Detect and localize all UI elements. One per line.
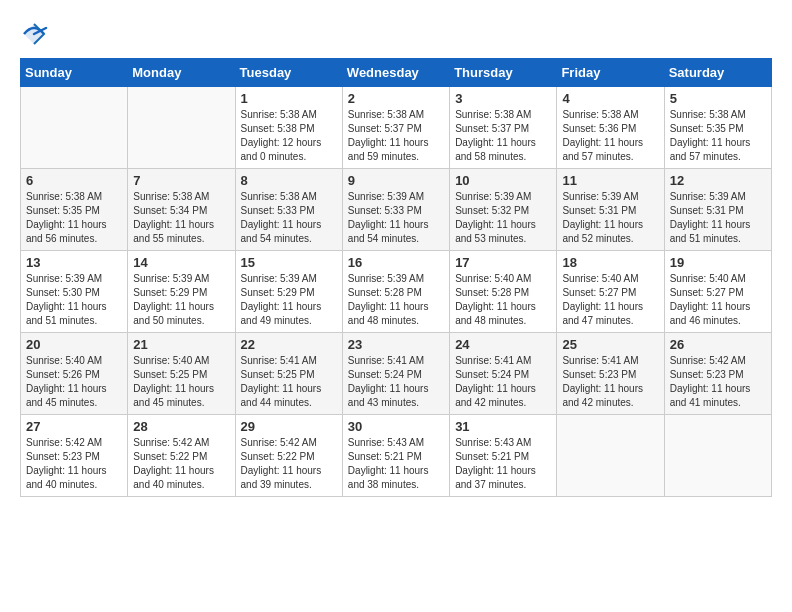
calendar: SundayMondayTuesdayWednesdayThursdayFrid… [20,58,772,497]
day-number: 7 [133,173,229,188]
day-info: Sunrise: 5:40 AM Sunset: 5:26 PM Dayligh… [26,354,122,410]
day-number: 14 [133,255,229,270]
day-number: 31 [455,419,551,434]
calendar-cell: 30Sunrise: 5:43 AM Sunset: 5:21 PM Dayli… [342,415,449,497]
calendar-cell: 21Sunrise: 5:40 AM Sunset: 5:25 PM Dayli… [128,333,235,415]
day-number: 22 [241,337,337,352]
col-header-wednesday: Wednesday [342,59,449,87]
day-info: Sunrise: 5:38 AM Sunset: 5:36 PM Dayligh… [562,108,658,164]
day-info: Sunrise: 5:40 AM Sunset: 5:27 PM Dayligh… [562,272,658,328]
week-row-0: 1Sunrise: 5:38 AM Sunset: 5:38 PM Daylig… [21,87,772,169]
day-number: 11 [562,173,658,188]
calendar-cell: 18Sunrise: 5:40 AM Sunset: 5:27 PM Dayli… [557,251,664,333]
calendar-cell: 16Sunrise: 5:39 AM Sunset: 5:28 PM Dayli… [342,251,449,333]
calendar-cell: 11Sunrise: 5:39 AM Sunset: 5:31 PM Dayli… [557,169,664,251]
calendar-cell: 4Sunrise: 5:38 AM Sunset: 5:36 PM Daylig… [557,87,664,169]
calendar-cell: 12Sunrise: 5:39 AM Sunset: 5:31 PM Dayli… [664,169,771,251]
calendar-cell: 15Sunrise: 5:39 AM Sunset: 5:29 PM Dayli… [235,251,342,333]
calendar-body: 1Sunrise: 5:38 AM Sunset: 5:38 PM Daylig… [21,87,772,497]
day-number: 26 [670,337,766,352]
day-info: Sunrise: 5:38 AM Sunset: 5:34 PM Dayligh… [133,190,229,246]
calendar-cell: 25Sunrise: 5:41 AM Sunset: 5:23 PM Dayli… [557,333,664,415]
calendar-cell: 28Sunrise: 5:42 AM Sunset: 5:22 PM Dayli… [128,415,235,497]
day-number: 18 [562,255,658,270]
calendar-cell: 19Sunrise: 5:40 AM Sunset: 5:27 PM Dayli… [664,251,771,333]
calendar-cell [664,415,771,497]
day-info: Sunrise: 5:41 AM Sunset: 5:25 PM Dayligh… [241,354,337,410]
calendar-cell: 3Sunrise: 5:38 AM Sunset: 5:37 PM Daylig… [450,87,557,169]
day-info: Sunrise: 5:39 AM Sunset: 5:31 PM Dayligh… [562,190,658,246]
header [20,20,772,48]
calendar-cell [128,87,235,169]
day-info: Sunrise: 5:42 AM Sunset: 5:23 PM Dayligh… [26,436,122,492]
logo [20,20,52,48]
calendar-cell [21,87,128,169]
calendar-header: SundayMondayTuesdayWednesdayThursdayFrid… [21,59,772,87]
day-info: Sunrise: 5:40 AM Sunset: 5:27 PM Dayligh… [670,272,766,328]
day-info: Sunrise: 5:38 AM Sunset: 5:35 PM Dayligh… [670,108,766,164]
week-row-3: 20Sunrise: 5:40 AM Sunset: 5:26 PM Dayli… [21,333,772,415]
day-info: Sunrise: 5:42 AM Sunset: 5:22 PM Dayligh… [241,436,337,492]
day-info: Sunrise: 5:39 AM Sunset: 5:31 PM Dayligh… [670,190,766,246]
day-info: Sunrise: 5:41 AM Sunset: 5:23 PM Dayligh… [562,354,658,410]
day-number: 23 [348,337,444,352]
day-number: 27 [26,419,122,434]
day-info: Sunrise: 5:38 AM Sunset: 5:38 PM Dayligh… [241,108,337,164]
day-number: 8 [241,173,337,188]
day-number: 20 [26,337,122,352]
day-info: Sunrise: 5:39 AM Sunset: 5:28 PM Dayligh… [348,272,444,328]
calendar-cell: 17Sunrise: 5:40 AM Sunset: 5:28 PM Dayli… [450,251,557,333]
logo-icon [20,20,48,48]
col-header-tuesday: Tuesday [235,59,342,87]
calendar-cell: 23Sunrise: 5:41 AM Sunset: 5:24 PM Dayli… [342,333,449,415]
day-number: 13 [26,255,122,270]
day-info: Sunrise: 5:38 AM Sunset: 5:37 PM Dayligh… [455,108,551,164]
day-number: 3 [455,91,551,106]
day-info: Sunrise: 5:42 AM Sunset: 5:23 PM Dayligh… [670,354,766,410]
day-number: 16 [348,255,444,270]
day-info: Sunrise: 5:39 AM Sunset: 5:29 PM Dayligh… [241,272,337,328]
day-info: Sunrise: 5:43 AM Sunset: 5:21 PM Dayligh… [455,436,551,492]
day-number: 25 [562,337,658,352]
col-header-friday: Friday [557,59,664,87]
day-number: 15 [241,255,337,270]
day-number: 21 [133,337,229,352]
week-row-1: 6Sunrise: 5:38 AM Sunset: 5:35 PM Daylig… [21,169,772,251]
day-number: 30 [348,419,444,434]
day-info: Sunrise: 5:40 AM Sunset: 5:28 PM Dayligh… [455,272,551,328]
col-header-thursday: Thursday [450,59,557,87]
calendar-cell: 29Sunrise: 5:42 AM Sunset: 5:22 PM Dayli… [235,415,342,497]
day-number: 17 [455,255,551,270]
calendar-cell: 31Sunrise: 5:43 AM Sunset: 5:21 PM Dayli… [450,415,557,497]
day-number: 4 [562,91,658,106]
calendar-cell: 5Sunrise: 5:38 AM Sunset: 5:35 PM Daylig… [664,87,771,169]
col-header-sunday: Sunday [21,59,128,87]
day-info: Sunrise: 5:38 AM Sunset: 5:35 PM Dayligh… [26,190,122,246]
calendar-cell: 9Sunrise: 5:39 AM Sunset: 5:33 PM Daylig… [342,169,449,251]
calendar-cell: 27Sunrise: 5:42 AM Sunset: 5:23 PM Dayli… [21,415,128,497]
day-number: 2 [348,91,444,106]
day-info: Sunrise: 5:38 AM Sunset: 5:33 PM Dayligh… [241,190,337,246]
day-info: Sunrise: 5:43 AM Sunset: 5:21 PM Dayligh… [348,436,444,492]
day-number: 12 [670,173,766,188]
header-row: SundayMondayTuesdayWednesdayThursdayFrid… [21,59,772,87]
calendar-cell: 20Sunrise: 5:40 AM Sunset: 5:26 PM Dayli… [21,333,128,415]
day-info: Sunrise: 5:41 AM Sunset: 5:24 PM Dayligh… [348,354,444,410]
col-header-monday: Monday [128,59,235,87]
calendar-cell [557,415,664,497]
col-header-saturday: Saturday [664,59,771,87]
calendar-cell: 8Sunrise: 5:38 AM Sunset: 5:33 PM Daylig… [235,169,342,251]
day-number: 29 [241,419,337,434]
calendar-cell: 1Sunrise: 5:38 AM Sunset: 5:38 PM Daylig… [235,87,342,169]
calendar-cell: 2Sunrise: 5:38 AM Sunset: 5:37 PM Daylig… [342,87,449,169]
day-number: 9 [348,173,444,188]
calendar-cell: 24Sunrise: 5:41 AM Sunset: 5:24 PM Dayli… [450,333,557,415]
day-number: 19 [670,255,766,270]
day-info: Sunrise: 5:39 AM Sunset: 5:30 PM Dayligh… [26,272,122,328]
day-number: 5 [670,91,766,106]
calendar-cell: 14Sunrise: 5:39 AM Sunset: 5:29 PM Dayli… [128,251,235,333]
day-number: 10 [455,173,551,188]
calendar-cell: 7Sunrise: 5:38 AM Sunset: 5:34 PM Daylig… [128,169,235,251]
calendar-cell: 13Sunrise: 5:39 AM Sunset: 5:30 PM Dayli… [21,251,128,333]
calendar-cell: 10Sunrise: 5:39 AM Sunset: 5:32 PM Dayli… [450,169,557,251]
